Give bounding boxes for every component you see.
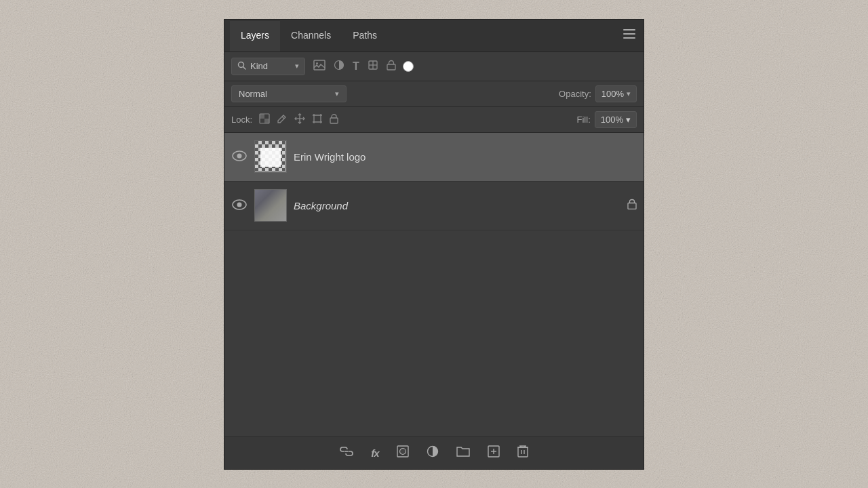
lock-bar: Lock: [224, 107, 644, 133]
svg-rect-13 [260, 114, 264, 119]
lock-label: Lock: [231, 115, 252, 125]
kind-dropdown[interactable]: Kind ▾ [231, 58, 305, 75]
layer-thumbnail-2 [254, 189, 287, 222]
layer-locked-icon-2 [627, 198, 637, 213]
layer-thumbnail-1 [254, 140, 287, 173]
svg-rect-2 [623, 37, 635, 39]
filter-bar: Kind ▾ T [224, 52, 644, 81]
kind-label: Kind [250, 61, 291, 71]
new-group-button[interactable] [454, 443, 473, 464]
svg-rect-40 [518, 447, 528, 457]
layer-visibility-icon-1[interactable] [231, 149, 248, 165]
opacity-value: 100% [601, 89, 624, 99]
layer-item-erin-wright-logo[interactable]: Erin Wright logo [224, 133, 644, 182]
tab-bar: Layers Channels Paths [224, 20, 644, 52]
svg-point-31 [237, 202, 242, 207]
kind-chevron: ▾ [295, 62, 299, 70]
filter-icons: T [312, 58, 414, 75]
blend-mode-dropdown[interactable]: Normal ▾ [231, 85, 347, 102]
svg-rect-18 [314, 115, 321, 122]
adjustment-filter-icon[interactable] [332, 58, 346, 75]
opacity-chevron: ▾ [627, 89, 631, 98]
blend-mode-value: Normal [239, 89, 335, 99]
layer-style-button[interactable]: fx [368, 445, 381, 462]
svg-rect-32 [628, 203, 636, 209]
fill-label: Fill: [577, 115, 591, 125]
opacity-input[interactable]: 100% ▾ [595, 85, 637, 102]
fill-input[interactable]: 100% ▾ [595, 111, 637, 128]
svg-point-6 [316, 62, 318, 64]
fill-value: 100% [601, 115, 623, 125]
fill-group: Fill: 100% ▾ [577, 111, 637, 128]
layers-panel: Layers Channels Paths Kind ▾ [224, 19, 644, 470]
svg-rect-5 [314, 60, 325, 70]
layer-list: Erin Wright logo Background [224, 133, 644, 436]
svg-rect-0 [623, 29, 635, 30]
delete-layer-button[interactable] [515, 442, 531, 464]
layer-name-2: Background [294, 200, 620, 211]
lock-transparent-icon[interactable] [259, 113, 270, 126]
lock-artboard-icon[interactable] [312, 113, 323, 126]
lock-position-icon[interactable] [294, 113, 305, 126]
adjustment-layer-button[interactable] [424, 443, 441, 464]
tab-layers[interactable]: Layers [230, 21, 280, 52]
shape-filter-icon[interactable] [366, 58, 380, 75]
panel-menu-icon[interactable] [623, 29, 635, 41]
color-filter-icon[interactable] [403, 61, 414, 72]
svg-rect-27 [330, 118, 338, 123]
link-layers-button[interactable] [337, 442, 356, 464]
layer-visibility-icon-2[interactable] [231, 198, 248, 214]
add-mask-button[interactable] [394, 443, 412, 464]
bottom-toolbar: fx [224, 436, 644, 469]
tab-channels[interactable]: Channels [280, 21, 342, 52]
smart-filter-icon[interactable] [385, 58, 397, 75]
svg-rect-1 [623, 33, 635, 35]
new-layer-button[interactable] [485, 443, 502, 464]
lock-icons [259, 113, 338, 126]
layer-item-background[interactable]: Background [224, 182, 644, 230]
svg-line-15 [282, 117, 284, 119]
svg-line-4 [243, 66, 246, 69]
svg-rect-11 [387, 64, 395, 70]
blend-chevron: ▾ [335, 89, 339, 98]
text-filter-icon[interactable]: T [351, 60, 361, 73]
fill-chevron: ▾ [626, 115, 631, 125]
blend-opacity-bar: Normal ▾ Opacity: 100% ▾ [224, 81, 644, 107]
layer-name-1: Erin Wright logo [294, 151, 637, 163]
svg-rect-14 [264, 119, 269, 123]
svg-point-35 [399, 448, 406, 454]
tab-paths[interactable]: Paths [342, 21, 388, 52]
opacity-label: Opacity: [559, 89, 591, 99]
image-filter-icon[interactable] [312, 58, 327, 75]
lock-pixels-icon[interactable] [277, 113, 288, 126]
lock-all-icon[interactable] [330, 113, 338, 126]
search-icon [237, 61, 246, 72]
svg-point-29 [237, 153, 242, 158]
opacity-group: Opacity: 100% ▾ [559, 85, 637, 102]
